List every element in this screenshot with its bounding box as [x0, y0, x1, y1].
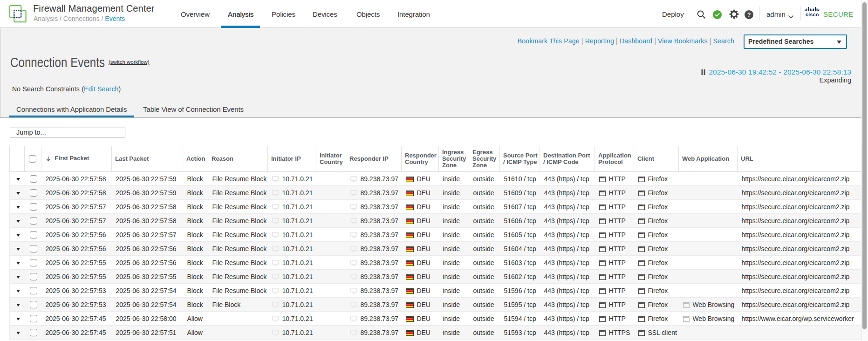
svg-text:?: ? — [747, 12, 751, 18]
svg-text:cisco: cisco — [806, 12, 819, 17]
